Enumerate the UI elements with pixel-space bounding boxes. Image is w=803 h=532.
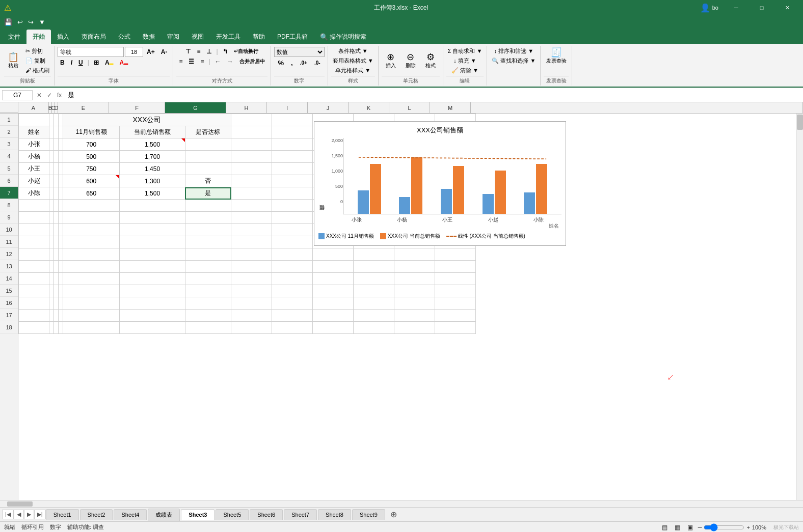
- row-num-12[interactable]: 12: [0, 248, 18, 260]
- row-num-16[interactable]: 16: [0, 297, 18, 309]
- cell-c2[interactable]: [54, 126, 59, 138]
- tab-pdf[interactable]: PDF工具箱: [271, 30, 314, 44]
- row-num-15[interactable]: 15: [0, 285, 18, 297]
- close-button[interactable]: ✕: [775, 0, 799, 15]
- row-num-2[interactable]: 2: [0, 126, 18, 138]
- cell-b1[interactable]: [49, 114, 54, 126]
- cell-d1[interactable]: [59, 114, 63, 126]
- cell-style-button[interactable]: 单元格样式 ▼: [334, 66, 372, 75]
- cell-f3[interactable]: 1,500: [120, 138, 185, 151]
- paste-button[interactable]: 📋 粘贴: [4, 51, 22, 70]
- cell-d3[interactable]: [59, 138, 63, 151]
- row-num-10[interactable]: 10: [0, 223, 18, 236]
- cell-d4[interactable]: [59, 151, 63, 163]
- align-middle-button[interactable]: ≡: [194, 47, 203, 56]
- delete-cell-button[interactable]: ⊖ 删除: [402, 51, 420, 70]
- cut-button[interactable]: ✂ 剪切: [24, 47, 51, 55]
- cell-c3[interactable]: [54, 138, 59, 151]
- cell-a2[interactable]: 姓名: [19, 126, 49, 138]
- cell-i6[interactable]: [272, 175, 313, 187]
- sheet-nav-first[interactable]: |◀: [2, 510, 14, 519]
- row-num-3[interactable]: 3: [0, 138, 18, 150]
- cell-e7[interactable]: 650: [63, 187, 120, 200]
- indent-dec-button[interactable]: ←: [212, 57, 224, 66]
- cell-h1[interactable]: [231, 114, 272, 126]
- tab-data[interactable]: 数据: [137, 30, 161, 44]
- bold-button[interactable]: B: [58, 58, 67, 67]
- col-header-f[interactable]: F: [109, 102, 165, 113]
- sheet-tab-sheet9[interactable]: Sheet9: [352, 509, 385, 520]
- cell-e2[interactable]: 11月销售额: [63, 126, 120, 138]
- cell-f7[interactable]: 1,500: [120, 187, 185, 200]
- table-format-button[interactable]: 套用表格格式 ▼: [331, 57, 375, 65]
- sheet-tab-sheet8[interactable]: Sheet8: [318, 509, 351, 520]
- font-size-input[interactable]: [125, 47, 143, 57]
- page-break-button[interactable]: ▣: [685, 523, 695, 531]
- align-center-button[interactable]: ☰: [186, 57, 197, 66]
- zoom-decrease-button[interactable]: ─: [698, 524, 702, 530]
- sheet-tab-sheet7[interactable]: Sheet7: [284, 509, 317, 520]
- fill-color-button[interactable]: A▬: [102, 58, 116, 67]
- scrollbar-thumb-h[interactable]: [7, 501, 33, 507]
- cell-d2[interactable]: [59, 126, 63, 138]
- row-num-7[interactable]: 7: [0, 187, 18, 199]
- align-right-button[interactable]: ≡: [198, 57, 206, 66]
- border-button[interactable]: ⊞: [91, 58, 101, 67]
- cell-i3[interactable]: [272, 138, 313, 151]
- italic-button[interactable]: I: [68, 58, 75, 67]
- align-top-button[interactable]: ⊤: [183, 47, 193, 56]
- cell-a5[interactable]: 小王: [19, 163, 49, 175]
- horizontal-scrollbar[interactable]: [0, 500, 803, 507]
- conditional-format-button[interactable]: 条件格式 ▼: [337, 47, 369, 55]
- cell-g3[interactable]: [185, 138, 231, 151]
- increase-decimal-button[interactable]: .0+: [298, 59, 310, 67]
- sheet-tab-sheet5[interactable]: Sheet5: [216, 509, 249, 520]
- cell-f5[interactable]: 1,450: [120, 163, 185, 175]
- cell-c1[interactable]: [54, 114, 59, 126]
- sheet-tab-sheet1[interactable]: Sheet1: [46, 509, 79, 520]
- font-color-button[interactable]: A▬: [117, 58, 131, 67]
- cell-h4[interactable]: [231, 151, 272, 163]
- cell-b5[interactable]: [49, 163, 54, 175]
- insert-cell-button[interactable]: ⊕ 插入: [382, 51, 400, 70]
- row-num-1[interactable]: 1: [0, 114, 18, 126]
- cell-i7[interactable]: [272, 187, 313, 200]
- cell-i5[interactable]: [272, 163, 313, 175]
- sheet-tab-sheet2[interactable]: Sheet2: [80, 509, 113, 520]
- cell-c7[interactable]: [54, 187, 59, 200]
- row-num-17[interactable]: 17: [0, 309, 18, 321]
- col-header-i[interactable]: I: [267, 102, 308, 113]
- sheet-nav-prev[interactable]: ◀: [14, 510, 24, 519]
- cell-reference-box[interactable]: [2, 90, 33, 100]
- cell-d5[interactable]: [59, 163, 63, 175]
- row-num-8[interactable]: 8: [0, 199, 18, 211]
- cell-h3[interactable]: [231, 138, 272, 151]
- cell-e4[interactable]: 500: [63, 151, 120, 163]
- autosum-button[interactable]: Σ 自动求和 ▼: [446, 47, 484, 55]
- cell-f6[interactable]: 1,300: [120, 175, 185, 187]
- undo-qa-button[interactable]: ↩: [15, 17, 25, 27]
- col-header-e[interactable]: E: [58, 102, 109, 113]
- cell-g6[interactable]: 否: [185, 175, 231, 187]
- align-bottom-button[interactable]: ⊥: [204, 47, 214, 56]
- col-header-h[interactable]: H: [226, 102, 267, 113]
- number-format-select[interactable]: 数值: [274, 47, 325, 57]
- sheet-tab-sheet3[interactable]: Sheet3: [181, 509, 215, 520]
- cell-c5[interactable]: [54, 163, 59, 175]
- normal-view-button[interactable]: ▤: [660, 523, 670, 531]
- tab-search[interactable]: 🔍 操作说明搜索: [314, 30, 372, 44]
- sheet-tab-chengjibiao[interactable]: 成绩表: [148, 509, 180, 521]
- col-header-m[interactable]: M: [430, 102, 471, 113]
- cell-d7[interactable]: [59, 187, 63, 200]
- row-num-5[interactable]: 5: [0, 162, 18, 175]
- merge-button[interactable]: 合并后居中: [237, 57, 267, 66]
- row-num-9[interactable]: 9: [0, 211, 18, 223]
- cell-e1-merged[interactable]: XXX公司: [63, 114, 231, 126]
- cell-h2[interactable]: [231, 126, 272, 138]
- vertical-scrollbar[interactable]: [796, 114, 803, 500]
- save-qa-button[interactable]: 💾: [2, 17, 14, 27]
- clear-button[interactable]: 🧹 清除 ▼: [450, 66, 480, 75]
- tab-review[interactable]: 审阅: [161, 30, 185, 44]
- indent-inc-button[interactable]: →: [225, 57, 236, 66]
- wrap-text-button[interactable]: ↵自动换行: [231, 47, 261, 56]
